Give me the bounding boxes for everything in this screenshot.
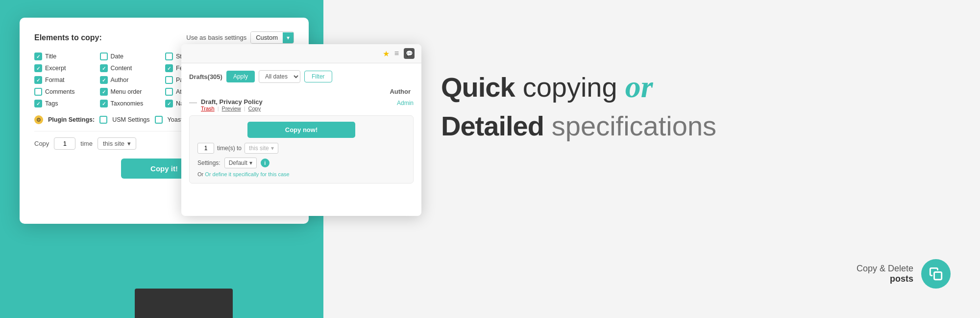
post-actions: Trash | Preview | Copy bbox=[201, 106, 263, 111]
copy-number-input[interactable] bbox=[54, 137, 75, 150]
default-label: Default bbox=[229, 159, 247, 166]
checkbox-date-label: Date bbox=[111, 53, 123, 60]
this-site-label: this site bbox=[249, 145, 269, 152]
comment-icon: 💬 bbox=[404, 48, 415, 59]
checkbox-attachments-input[interactable] bbox=[165, 88, 173, 96]
settings-arrow-icon: ▾ bbox=[249, 159, 252, 166]
settings-dropdown[interactable]: Default ▾ bbox=[224, 158, 257, 168]
bottom-right-section: Copy & Delete posts bbox=[857, 259, 951, 289]
popup-content: Drafts(305) Apply All dates Filter Autho… bbox=[181, 63, 421, 190]
settings-row: Settings: Default ▾ i bbox=[197, 158, 405, 168]
times-input[interactable] bbox=[197, 143, 214, 154]
checkbox-content-label: Content bbox=[111, 65, 132, 72]
checkbox-tags[interactable]: Tags bbox=[34, 100, 98, 107]
checkbox-date[interactable]: Date bbox=[100, 53, 164, 60]
checkbox-password-input[interactable] bbox=[165, 76, 173, 84]
checkbox-status-input[interactable] bbox=[165, 53, 173, 60]
checkbox-comments-input[interactable] bbox=[34, 88, 42, 96]
this-site-arrow-icon: ▾ bbox=[271, 145, 274, 152]
popup-filter-row: Drafts(305) Apply All dates Filter bbox=[189, 70, 414, 83]
checkbox-comments-label: Comments bbox=[45, 88, 74, 95]
checkbox-format-label: Format bbox=[45, 77, 65, 83]
author-column-label: Author bbox=[390, 88, 414, 95]
filter-button[interactable]: Filter bbox=[304, 71, 332, 82]
right-content: Quick copying or Detailed specifications bbox=[441, 69, 882, 142]
post-title: Draft, Privacy Policy bbox=[201, 98, 263, 106]
copy-icon-svg bbox=[929, 267, 943, 281]
checkbox-author-input[interactable] bbox=[100, 76, 108, 84]
drafts-badge: Drafts(305) bbox=[189, 73, 222, 80]
checkbox-taxonomies-input[interactable] bbox=[100, 100, 108, 107]
checkbox-usm-settings[interactable] bbox=[99, 116, 107, 124]
site-dropdown[interactable]: this site ▾ bbox=[98, 137, 136, 150]
quick-text: Quick bbox=[441, 71, 515, 103]
or-text: or bbox=[625, 69, 653, 105]
checkbox-menu-order-input[interactable] bbox=[100, 88, 108, 96]
copying-text: copying bbox=[523, 71, 617, 103]
copy-delete-text: Copy & Delete posts bbox=[857, 264, 913, 284]
separator-1: | bbox=[218, 106, 219, 111]
copy-delete-icon bbox=[921, 259, 951, 289]
site-dropdown-arrow-icon: ▾ bbox=[127, 140, 131, 147]
basis-settings-label: Use as basis settings bbox=[186, 34, 246, 41]
separator-2: | bbox=[244, 106, 245, 111]
checkbox-format[interactable]: Format bbox=[34, 76, 98, 84]
checkbox-menu-order-label: Menu order bbox=[111, 88, 142, 95]
checkbox-excerpt-input[interactable] bbox=[34, 64, 42, 72]
checkbox-title-input[interactable] bbox=[34, 53, 42, 60]
copy-label: Copy bbox=[34, 140, 49, 147]
checkbox-author[interactable]: Author bbox=[100, 76, 164, 84]
checkbox-excerpt[interactable]: Excerpt bbox=[34, 64, 98, 72]
elements-header: Elements to copy: Use as basis settings … bbox=[34, 31, 294, 44]
admin-link[interactable]: Admin bbox=[397, 100, 414, 106]
trash-link[interactable]: Trash bbox=[201, 106, 215, 111]
checkbox-comments[interactable]: Comments bbox=[34, 88, 98, 96]
define-link-row: Or Or define it specifically for this ca… bbox=[197, 171, 405, 177]
elements-title: Elements to copy: bbox=[34, 33, 102, 42]
post-row: — Draft, Privacy Policy Trash | Preview … bbox=[189, 98, 414, 111]
time-label: time bbox=[80, 140, 93, 147]
copy-link[interactable]: Copy bbox=[248, 106, 261, 111]
popup-top-icons: ★ ≡ 💬 bbox=[383, 48, 415, 59]
checkbox-menu-order[interactable]: Menu order bbox=[100, 88, 164, 96]
define-link[interactable]: Or define it specifically for this case bbox=[205, 171, 289, 177]
preview-link[interactable]: Preview bbox=[222, 106, 241, 111]
menu-icon[interactable]: ≡ bbox=[394, 49, 399, 58]
checkbox-taxonomies[interactable]: Taxonomies bbox=[100, 100, 164, 107]
apply-button[interactable]: Apply bbox=[226, 71, 255, 82]
times-label: time(s) to bbox=[217, 145, 242, 152]
dropdown-arrow-icon[interactable]: ▾ bbox=[283, 32, 294, 43]
checkbox-taxonomies-label: Taxonomies bbox=[111, 100, 144, 107]
svg-rect-0 bbox=[934, 272, 942, 280]
checkbox-content-input[interactable] bbox=[100, 64, 108, 72]
checkbox-nav-menus-input[interactable] bbox=[165, 100, 173, 107]
plugin-settings-label: Plugin Settings: bbox=[48, 116, 95, 123]
detailed-text: Detailed bbox=[441, 110, 544, 142]
info-icon[interactable]: i bbox=[261, 159, 270, 167]
custom-dropdown[interactable]: Custom ▾ bbox=[250, 31, 294, 44]
plugin-icon: ⚙ bbox=[34, 115, 43, 124]
checkbox-excerpt-label: Excerpt bbox=[45, 65, 66, 72]
basis-settings: Use as basis settings Custom ▾ bbox=[186, 31, 294, 44]
checkbox-tags-input[interactable] bbox=[34, 100, 42, 107]
copy-now-mini-card: Copy now! time(s) to this site ▾ Setting… bbox=[189, 115, 414, 184]
checkbox-format-input[interactable] bbox=[34, 76, 42, 84]
checkbox-content[interactable]: Content bbox=[100, 64, 164, 72]
define-or-text: Or bbox=[197, 171, 205, 177]
post-dash: — bbox=[189, 98, 197, 107]
dates-dropdown[interactable]: All dates bbox=[259, 70, 300, 83]
checkbox-yoast[interactable] bbox=[155, 116, 163, 124]
this-site-dropdown[interactable]: this site ▾ bbox=[245, 143, 278, 154]
checkbox-tags-label: Tags bbox=[45, 100, 58, 107]
dark-bar-decoration bbox=[135, 289, 233, 318]
checkbox-date-input[interactable] bbox=[100, 53, 108, 60]
custom-dropdown-label: Custom bbox=[251, 32, 283, 43]
popup-card: ★ ≡ 💬 Drafts(305) Apply All dates Filter… bbox=[181, 44, 421, 216]
copy-delete-top-line: Copy & Delete bbox=[857, 264, 913, 274]
copy-now-button[interactable]: Copy now! bbox=[247, 122, 355, 138]
checkbox-title[interactable]: Title bbox=[34, 53, 98, 60]
copy-delete-bottom-line: posts bbox=[857, 274, 913, 284]
checkbox-feat-image-input[interactable] bbox=[165, 64, 173, 72]
checkbox-author-label: Author bbox=[111, 77, 129, 83]
star-icon[interactable]: ★ bbox=[383, 49, 390, 58]
